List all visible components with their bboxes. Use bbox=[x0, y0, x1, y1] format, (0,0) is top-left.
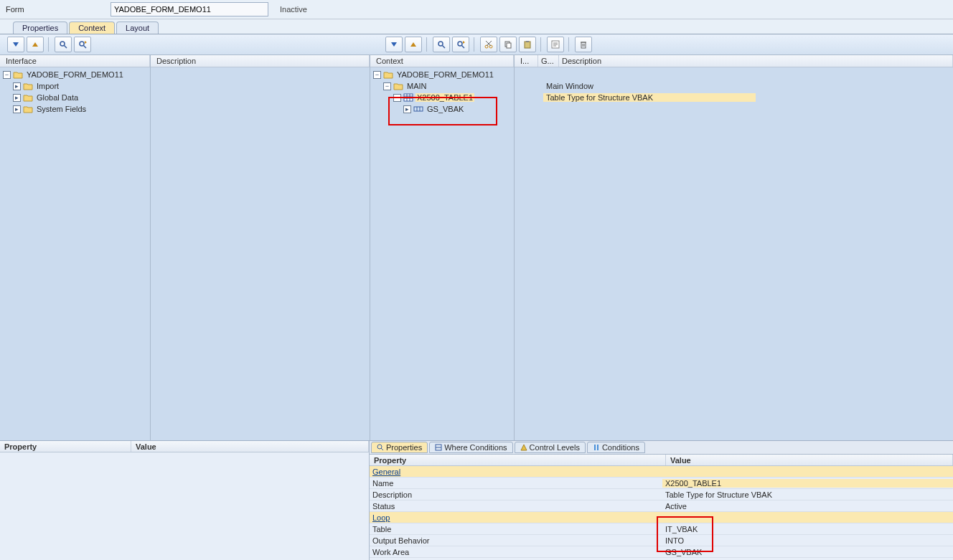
tree-node-import[interactable]: Import bbox=[35, 82, 60, 90]
svg-marker-1 bbox=[32, 42, 38, 47]
folder-open-icon bbox=[393, 82, 403, 90]
folder-icon bbox=[23, 105, 33, 113]
svg-marker-42 bbox=[521, 445, 527, 450]
context-description-header: Description bbox=[559, 55, 953, 67]
tab-control-levels[interactable]: Control Levels bbox=[515, 442, 586, 453]
property-cell: Table bbox=[370, 525, 662, 533]
property-cell: General bbox=[370, 468, 662, 476]
context-tree[interactable]: −YADOBE_FORM_DEMO11 −MAIN −X2500_TABLE1 … bbox=[370, 67, 514, 440]
cut-button[interactable] bbox=[480, 37, 497, 52]
svg-point-9 bbox=[438, 42, 443, 46]
property-cell: Name bbox=[370, 479, 662, 488]
tab-context[interactable]: Context bbox=[69, 22, 115, 34]
property-table[interactable]: GeneralNameX2500_TABLE1DescriptionTable … bbox=[370, 466, 953, 560]
tab-properties[interactable]: Properties bbox=[13, 22, 67, 34]
delete-button[interactable] bbox=[575, 37, 592, 52]
left-property-table bbox=[0, 452, 369, 560]
svg-marker-6 bbox=[85, 41, 87, 44]
svg-line-12 bbox=[462, 46, 465, 49]
svg-line-3 bbox=[65, 46, 67, 49]
context-gcol-header: G... bbox=[538, 55, 559, 67]
br-value-header: Value bbox=[666, 455, 953, 465]
form-name-input[interactable] bbox=[111, 2, 268, 16]
tree-root[interactable]: YADOBE_FORM_DEMO11 bbox=[25, 70, 125, 79]
structure-icon bbox=[413, 105, 423, 113]
context-table-node[interactable]: X2500_TABLE1 bbox=[416, 93, 474, 102]
find-next-button[interactable] bbox=[74, 37, 91, 52]
paste-button[interactable] bbox=[519, 37, 536, 52]
expand-toggle-icon[interactable]: ▸ bbox=[13, 94, 21, 102]
form-label: Form bbox=[6, 5, 106, 14]
context-main-desc: Main Window bbox=[543, 82, 953, 90]
value-cell[interactable]: GS_VBAK bbox=[662, 548, 953, 556]
svg-rect-44 bbox=[597, 445, 598, 450]
value-cell[interactable]: IT_VBAK bbox=[662, 525, 953, 533]
collapse-all-button-r[interactable] bbox=[405, 37, 422, 52]
svg-line-5 bbox=[84, 46, 87, 49]
folder-icon bbox=[23, 93, 33, 102]
svg-line-10 bbox=[443, 46, 446, 49]
bl-value-header: Value bbox=[131, 441, 369, 452]
text-button[interactable] bbox=[547, 37, 564, 52]
svg-point-11 bbox=[458, 42, 462, 46]
svg-line-39 bbox=[381, 448, 383, 450]
expand-toggle-icon[interactable]: − bbox=[3, 71, 11, 79]
property-cell: Loop bbox=[370, 513, 662, 522]
value-cell[interactable]: INTO bbox=[662, 536, 953, 545]
value-cell[interactable]: X2500_TABLE1 bbox=[662, 479, 953, 488]
collapse-all-button[interactable] bbox=[27, 37, 44, 52]
tab-layout[interactable]: Layout bbox=[116, 22, 159, 34]
svg-rect-21 bbox=[526, 41, 529, 42]
property-cell: Output Behavior bbox=[370, 536, 662, 545]
expand-toggle-icon[interactable]: ▸ bbox=[13, 105, 21, 113]
folder-icon bbox=[23, 82, 33, 90]
context-table-desc: Table Type for Structure VBAK bbox=[543, 93, 756, 102]
folder-open-icon bbox=[13, 70, 23, 79]
br-property-header: Property bbox=[370, 455, 666, 465]
expand-toggle-icon[interactable]: ▸ bbox=[403, 105, 411, 113]
context-icol-header: I... bbox=[517, 55, 538, 67]
tree-node-global-data[interactable]: Global Data bbox=[35, 93, 80, 102]
property-cell: Work Area bbox=[370, 548, 662, 556]
context-main[interactable]: MAIN bbox=[405, 82, 428, 90]
expand-all-button-r[interactable] bbox=[385, 37, 403, 52]
tab-properties-sub[interactable]: Properties bbox=[371, 442, 428, 453]
svg-rect-20 bbox=[525, 42, 530, 48]
copy-button[interactable] bbox=[499, 37, 517, 52]
table-icon bbox=[403, 93, 413, 102]
expand-toggle-icon[interactable]: ▸ bbox=[13, 82, 21, 90]
expand-toggle-icon[interactable]: − bbox=[383, 82, 391, 90]
tab-conditions[interactable]: Conditions bbox=[587, 442, 645, 453]
folder-open-icon bbox=[383, 70, 393, 79]
tree-node-system-fields[interactable]: System Fields bbox=[35, 105, 88, 113]
find-next-button-r[interactable] bbox=[452, 37, 469, 52]
expand-all-button[interactable] bbox=[7, 37, 24, 52]
interface-description-header: Description bbox=[154, 55, 370, 67]
context-gs-vbak[interactable]: GS_VBAK bbox=[426, 105, 465, 113]
form-status: Inactive bbox=[280, 5, 307, 14]
svg-rect-43 bbox=[594, 445, 596, 450]
tab-where-conditions[interactable]: Where Conditions bbox=[429, 442, 512, 453]
property-cell: Description bbox=[370, 490, 662, 499]
interface-header: Interface bbox=[3, 55, 150, 67]
expand-toggle-icon[interactable]: − bbox=[373, 71, 381, 79]
expand-toggle-icon[interactable]: − bbox=[393, 94, 401, 102]
svg-point-4 bbox=[80, 42, 84, 46]
context-header: Context bbox=[373, 55, 514, 67]
svg-marker-0 bbox=[13, 42, 19, 47]
svg-marker-13 bbox=[463, 41, 465, 44]
context-root[interactable]: YADOBE_FORM_DEMO11 bbox=[395, 70, 495, 79]
find-button-r[interactable] bbox=[433, 37, 450, 52]
value-cell[interactable]: Active bbox=[662, 502, 953, 511]
bl-property-header: Property bbox=[0, 441, 131, 452]
property-cell: Status bbox=[370, 502, 662, 511]
interface-tree[interactable]: −YADOBE_FORM_DEMO11 ▸Import ▸Global Data… bbox=[0, 67, 150, 440]
svg-marker-7 bbox=[391, 42, 397, 47]
svg-rect-26 bbox=[581, 42, 586, 48]
svg-marker-8 bbox=[410, 42, 416, 47]
value-cell[interactable]: Table Type for Structure VBAK bbox=[662, 490, 953, 499]
svg-rect-19 bbox=[507, 43, 511, 48]
find-button[interactable] bbox=[55, 37, 72, 52]
svg-rect-30 bbox=[404, 94, 413, 101]
svg-rect-35 bbox=[414, 107, 423, 111]
